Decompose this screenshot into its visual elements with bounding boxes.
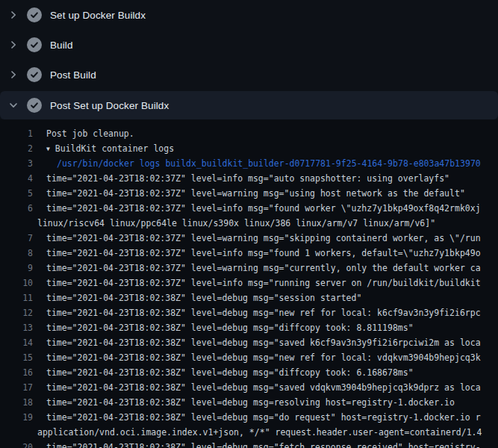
steps-list: Set up Docker Buildx Build Post Build xyxy=(0,0,498,119)
log-line: 12 ▼time="2021-04-23T18:02:38Z" level=de… xyxy=(0,305,498,320)
log-line-text: ▼time="2021-04-23T18:02:37Z" level=info … xyxy=(46,246,481,261)
log-line-number[interactable]: 3 xyxy=(0,156,33,171)
log-text: application/vnd.oci.image.index.v1+json,… xyxy=(37,427,482,438)
log-line-text: ▼time="2021-04-23T18:02:38Z" level=debug… xyxy=(46,365,414,380)
log-line-number[interactable]: 6 xyxy=(0,201,33,216)
log-line-number[interactable]: 2 xyxy=(0,141,33,156)
log-line-number[interactable]: 15 xyxy=(0,350,33,365)
log-line-text: ▼time="2021-04-23T18:02:38Z" level=debug… xyxy=(46,350,481,365)
log-line-number[interactable]: 9 xyxy=(0,261,33,276)
step-label: Build xyxy=(50,40,73,51)
log-text: time="2021-04-23T18:02:38Z" level=debug … xyxy=(46,442,481,448)
log-line: 14 ▼time="2021-04-23T18:02:38Z" level=de… xyxy=(0,335,498,350)
log-line-number[interactable]: 8 xyxy=(0,246,33,261)
log-line-text: ▼linux/riscv64 linux/ppc64le linux/s390x… xyxy=(37,216,435,231)
collapse-triangle-icon[interactable]: ▼ xyxy=(46,146,50,152)
log-line-text: ▼/usr/bin/docker logs buildx_buildkit_bu… xyxy=(57,156,481,171)
log-line: 1 ▼Post job cleanup. xyxy=(0,126,498,141)
step-row-1[interactable]: Build xyxy=(0,30,498,60)
step-label: Set up Docker Buildx xyxy=(50,10,146,21)
log-line-number[interactable]: 18 xyxy=(0,395,33,410)
log-line: 2 ▼BuildKit container logs xyxy=(0,141,498,156)
log-text: time="2021-04-23T18:02:37Z" level=warnin… xyxy=(46,188,465,199)
log-line-number[interactable]: 7 xyxy=(0,231,33,246)
step-row-0[interactable]: Set up Docker Buildx xyxy=(0,0,498,30)
log-text: /usr/bin/docker logs buildx_buildkit_bui… xyxy=(57,158,481,169)
chevron-right-icon[interactable] xyxy=(7,9,19,21)
log-line-text: ▼time="2021-04-23T18:02:38Z" level=debug… xyxy=(46,380,481,395)
log-line: 4 ▼time="2021-04-23T18:02:37Z" level=inf… xyxy=(0,171,498,186)
log-line-number[interactable]: 5 xyxy=(0,186,33,201)
log-line-number[interactable]: 14 xyxy=(0,335,33,350)
log-line-number[interactable]: 19 xyxy=(0,410,33,425)
actions-log-viewer: Set up Docker Buildx Build Post Build xyxy=(0,0,498,448)
log-line-text: ▼BuildKit container logs xyxy=(46,141,174,156)
log-area: 1 ▼Post job cleanup. 2 ▼BuildKit contain… xyxy=(0,119,498,448)
log-line-number[interactable] xyxy=(0,216,33,231)
log-line: 6 ▼time="2021-04-23T18:02:37Z" level=inf… xyxy=(0,201,498,216)
log-line-text: ▼time="2021-04-23T18:02:38Z" level=debug… xyxy=(46,305,481,320)
log-text: time="2021-04-23T18:02:37Z" level=info m… xyxy=(46,278,481,288)
log-line-number[interactable]: 10 xyxy=(0,276,33,290)
log-text: time="2021-04-23T18:02:38Z" level=debug … xyxy=(46,397,455,408)
step-row-3[interactable]: Post Set up Docker Buildx xyxy=(0,91,498,119)
log-text: linux/riscv64 linux/ppc64le linux/s390x … xyxy=(37,218,435,228)
log-text: time="2021-04-23T18:02:37Z" level=info m… xyxy=(46,203,481,214)
log-line-text: ▼time="2021-04-23T18:02:38Z" level=debug… xyxy=(46,410,481,425)
log-line-number[interactable]: 20 xyxy=(0,440,33,448)
log-line: 13 ▼time="2021-04-23T18:02:38Z" level=de… xyxy=(0,320,498,335)
log-text: time="2021-04-23T18:02:38Z" level=debug … xyxy=(46,337,481,348)
log-line-number[interactable]: 1 xyxy=(0,126,33,141)
log-text: time="2021-04-23T18:02:38Z" level=debug … xyxy=(46,308,481,318)
chevron-right-icon[interactable] xyxy=(7,69,19,81)
log-line-text: ▼time="2021-04-23T18:02:38Z" level=debug… xyxy=(46,335,481,350)
step-label: Post Build xyxy=(50,69,96,81)
log-line-text: ▼application/vnd.oci.image.index.v1+json… xyxy=(37,425,482,440)
log-text: time="2021-04-23T18:02:38Z" level=debug … xyxy=(46,367,414,378)
log-line-text: ▼time="2021-04-23T18:02:38Z" level=debug… xyxy=(46,395,455,410)
log-line-text: ▼time="2021-04-23T18:02:37Z" level=warni… xyxy=(46,261,481,276)
success-check-icon xyxy=(27,98,42,113)
log-line-text: ▼time="2021-04-23T18:02:37Z" level=info … xyxy=(46,201,481,216)
log-line: 15 ▼time="2021-04-23T18:02:38Z" level=de… xyxy=(0,350,498,365)
log-text: time="2021-04-23T18:02:38Z" level=debug … xyxy=(46,352,481,363)
log-line: ▼application/vnd.oci.image.index.v1+json… xyxy=(0,425,498,440)
log-text: time="2021-04-23T18:02:37Z" level=info m… xyxy=(46,248,481,258)
chevron-down-icon[interactable] xyxy=(7,99,19,111)
log-text: BuildKit container logs xyxy=(55,143,174,154)
log-line-text: ▼time="2021-04-23T18:02:37Z" level=warni… xyxy=(46,186,465,201)
log-line-number[interactable]: 17 xyxy=(0,380,33,395)
log-line: 3 ▼/usr/bin/docker logs buildx_buildkit_… xyxy=(0,156,498,171)
log-line: 5 ▼time="2021-04-23T18:02:37Z" level=war… xyxy=(0,186,498,201)
log-line: ▼linux/riscv64 linux/ppc64le linux/s390x… xyxy=(0,216,498,231)
log-line: 19 ▼time="2021-04-23T18:02:38Z" level=de… xyxy=(0,410,498,425)
log-line-number[interactable]: 16 xyxy=(0,365,33,380)
log-text: Post job cleanup. xyxy=(46,128,134,139)
log-line-text: ▼time="2021-04-23T18:02:38Z" level=debug… xyxy=(46,320,414,335)
log-text: time="2021-04-23T18:02:37Z" level=info m… xyxy=(46,173,449,184)
log-line: 17 ▼time="2021-04-23T18:02:38Z" level=de… xyxy=(0,380,498,395)
step-row-2[interactable]: Post Build xyxy=(0,60,498,90)
log-text: time="2021-04-23T18:02:37Z" level=warnin… xyxy=(46,233,481,243)
log-line: 10 ▼time="2021-04-23T18:02:37Z" level=in… xyxy=(0,276,498,290)
log-line-number[interactable]: 13 xyxy=(0,320,33,335)
log-line: 8 ▼time="2021-04-23T18:02:37Z" level=inf… xyxy=(0,246,498,261)
log-text: time="2021-04-23T18:02:37Z" level=warnin… xyxy=(46,263,481,273)
log-line: 7 ▼time="2021-04-23T18:02:37Z" level=war… xyxy=(0,231,498,246)
log-line-number[interactable]: 12 xyxy=(0,305,33,320)
log-line-text: ▼time="2021-04-23T18:02:37Z" level=warni… xyxy=(46,231,481,246)
log-line-text: ▼time="2021-04-23T18:02:37Z" level=info … xyxy=(46,171,449,186)
log-line-text: ▼Post job cleanup. xyxy=(46,126,134,141)
log-line-number[interactable]: 11 xyxy=(0,290,33,305)
log-line-number[interactable]: 4 xyxy=(0,171,33,186)
log-text: time="2021-04-23T18:02:38Z" level=debug … xyxy=(46,412,481,423)
success-check-icon xyxy=(27,37,42,52)
log-line-text: ▼time="2021-04-23T18:02:38Z" level=debug… xyxy=(46,440,481,448)
chevron-right-icon[interactable] xyxy=(7,39,19,51)
log-line: 20 ▼time="2021-04-23T18:02:38Z" level=de… xyxy=(0,440,498,448)
success-check-icon xyxy=(27,7,42,22)
log-line-text: ▼time="2021-04-23T18:02:37Z" level=info … xyxy=(46,276,481,290)
step-label: Post Set up Docker Buildx xyxy=(50,100,169,111)
log-line-number[interactable] xyxy=(0,425,33,440)
log-line: 9 ▼time="2021-04-23T18:02:37Z" level=war… xyxy=(0,261,498,276)
